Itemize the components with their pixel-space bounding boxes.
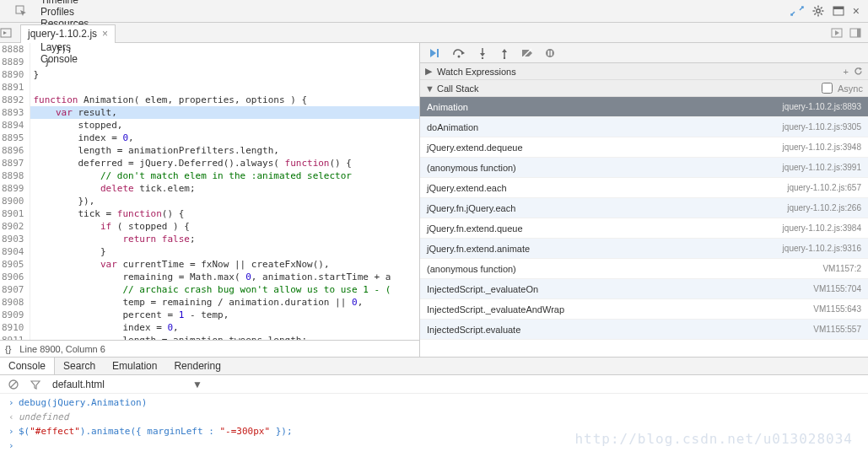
navigator-toggle-icon[interactable] xyxy=(0,28,20,38)
code-pane: 8888888988908891889288938894889588968897… xyxy=(0,43,420,357)
settings-gear-icon[interactable] xyxy=(812,5,824,17)
svg-rect-17 xyxy=(857,29,860,37)
callstack-row[interactable]: jQuery.fn.extend.animatejquery-1.10.2.js… xyxy=(420,239,868,259)
collapse-arrow-icon: ▼ xyxy=(425,83,434,94)
callstack-loc: VM1157:2 xyxy=(822,264,861,273)
svg-marker-26 xyxy=(502,49,507,52)
callstack-row[interactable]: jQuery.fn.extend.queuejquery-1.10.2.js:3… xyxy=(420,218,868,239)
code-line[interactable]: } xyxy=(30,68,420,81)
code-line[interactable]: } xyxy=(30,56,420,68)
file-tab[interactable]: jquery-1.10.2.js × xyxy=(20,24,116,43)
callstack-row[interactable]: InjectedScript._evaluateAndWrapVM1155:64… xyxy=(420,299,868,320)
console-body[interactable]: ›debug(jQuery.Animation)‹undefined›$("#e… xyxy=(0,394,868,454)
refresh-watch-icon[interactable] xyxy=(854,67,863,76)
filter-icon[interactable] xyxy=(30,379,40,390)
code-line[interactable]: }), xyxy=(30,195,420,207)
step-out-icon[interactable] xyxy=(499,47,509,59)
callstack-loc: jquery-1.10.2.js:3991 xyxy=(783,163,861,172)
svg-point-27 xyxy=(504,56,505,58)
code-line[interactable]: return false; xyxy=(30,233,420,245)
svg-rect-32 xyxy=(551,51,553,56)
code-line[interactable]: // archaic crash bug won't allow us to u… xyxy=(30,283,420,296)
code-line[interactable]: } xyxy=(30,245,420,258)
console-line: › xyxy=(0,438,868,453)
code-line[interactable]: index = 0, xyxy=(30,321,420,334)
callstack-row[interactable]: doAnimationjquery-1.10.2.js:9305 xyxy=(420,117,868,137)
callstack-row[interactable]: (anonymous function)VM1157:2 xyxy=(420,259,868,279)
code-line[interactable]: deferred = jQuery.Deferred().always( fun… xyxy=(30,157,420,169)
watch-expressions-header[interactable]: ▶ Watch Expressions + xyxy=(420,63,868,80)
braces-icon[interactable]: {} xyxy=(5,344,11,354)
callstack-loc: jquery-1.10.2.js:266 xyxy=(787,203,861,212)
inspect-icon[interactable] xyxy=(0,5,32,17)
debug-pane: ▶ Watch Expressions + ▼ Call Stack Async… xyxy=(420,43,868,357)
file-bar: jquery-1.10.2.js × xyxy=(0,23,868,43)
callstack-row[interactable]: jQuery.extend.eachjquery-1.10.2.js:657 xyxy=(420,178,868,198)
console-line: ›debug(jQuery.Animation) xyxy=(0,395,868,410)
code-line[interactable]: length = animationPrefilters.length, xyxy=(30,144,420,157)
callstack-row[interactable]: jQuery.extend.dequeuejquery-1.10.2.js:39… xyxy=(420,137,868,158)
pause-on-exceptions-icon[interactable] xyxy=(545,48,555,58)
pretty-print-icon[interactable] xyxy=(831,28,843,38)
drawer-tab-rendering[interactable]: Rendering xyxy=(165,358,229,374)
context-selector[interactable]: default.html xyxy=(52,379,105,390)
step-into-icon[interactable] xyxy=(477,47,488,59)
async-label: Async xyxy=(838,83,863,94)
main-tab-profiles[interactable]: Profiles xyxy=(32,6,97,18)
svg-point-24 xyxy=(482,56,483,58)
callstack-loc: jquery-1.10.2.js:8893 xyxy=(783,102,861,111)
main-tabs: ElementsNetworkSourcesTimelineProfilesRe… xyxy=(0,0,868,23)
step-over-icon[interactable] xyxy=(452,48,466,58)
code-line[interactable]: stopped, xyxy=(30,119,420,132)
dock-icon[interactable] xyxy=(833,6,844,16)
callstack-row[interactable]: InjectedScript.evaluateVM1155:557 xyxy=(420,320,868,340)
svg-marker-33 xyxy=(860,67,862,70)
drawer-tab-search[interactable]: Search xyxy=(55,358,104,374)
resume-icon[interactable] xyxy=(429,48,440,58)
callstack-row[interactable]: Animationjquery-1.10.2.js:8893 xyxy=(420,97,868,117)
drawer-tab-emulation[interactable]: Emulation xyxy=(104,358,165,374)
close-devtools-icon[interactable]: × xyxy=(853,4,860,18)
svg-point-21 xyxy=(458,55,461,57)
debug-toolbar xyxy=(420,43,868,63)
svg-line-9 xyxy=(814,13,816,15)
deactivate-breakpoints-icon[interactable] xyxy=(521,48,533,58)
callstack-fn: InjectedScript._evaluateOn xyxy=(427,284,813,294)
callstack-row[interactable]: InjectedScript._evaluateOnVM1155:704 xyxy=(420,279,868,299)
code-line[interactable]: if ( stopped ) { xyxy=(30,220,420,233)
code-line[interactable] xyxy=(30,81,420,94)
clear-console-icon[interactable] xyxy=(8,379,19,390)
callstack-row[interactable]: (anonymous function)jquery-1.10.2.js:399… xyxy=(420,158,868,178)
context-dropdown-icon[interactable]: ▼ xyxy=(192,379,202,390)
callstack-fn: jQuery.fn.extend.animate xyxy=(427,244,783,254)
callstack-fn: jQuery.fn.jQuery.each xyxy=(427,203,787,213)
callstack-label: Call Stack xyxy=(437,83,479,94)
add-watch-icon[interactable]: + xyxy=(844,67,849,77)
code-line[interactable]: // don't match elem in the :animated sel… xyxy=(30,169,420,182)
call-stack-header[interactable]: ▼ Call Stack Async xyxy=(420,80,868,97)
callstack-loc: VM1155:643 xyxy=(813,304,861,314)
watch-label: Watch Expressions xyxy=(437,67,516,77)
code-line[interactable]: remaining = Math.max( 0, animation.start… xyxy=(30,271,420,283)
callstack-loc: jquery-1.10.2.js:3984 xyxy=(783,223,861,233)
code-line[interactable]: }); xyxy=(30,43,420,56)
code-line[interactable]: length = animation.tweens.length; xyxy=(30,334,420,340)
code-line[interactable]: function Animation( elem, properties, op… xyxy=(30,94,420,106)
code-line[interactable]: percent = 1 - temp, xyxy=(30,309,420,321)
drawer-toggle-icon[interactable] xyxy=(790,6,804,16)
close-file-icon[interactable]: × xyxy=(102,28,108,40)
drawer-tab-console[interactable]: Console xyxy=(0,358,55,374)
code-line[interactable]: var result, xyxy=(30,106,420,119)
code-line[interactable]: var currentTime = fxNow || createFxNow()… xyxy=(30,258,420,271)
async-checkbox[interactable] xyxy=(822,83,833,94)
code-line[interactable]: delete tick.elem; xyxy=(30,182,420,195)
code-line[interactable]: tick = function() { xyxy=(30,207,420,220)
console-line: ›$("#effect").animate({ marginLeft : "-=… xyxy=(0,424,868,438)
callstack-fn: doAnimation xyxy=(427,122,783,132)
code-line[interactable]: temp = remaining / animation.duration ||… xyxy=(30,296,420,309)
callstack-row[interactable]: jQuery.fn.jQuery.eachjquery-1.10.2.js:26… xyxy=(420,198,868,218)
code-line[interactable]: index = 0, xyxy=(30,132,420,144)
sidebar-toggle-icon[interactable] xyxy=(849,28,861,38)
callstack-loc: VM1155:704 xyxy=(813,284,861,293)
code-editor[interactable]: 8888888988908891889288938894889588968897… xyxy=(0,43,419,340)
